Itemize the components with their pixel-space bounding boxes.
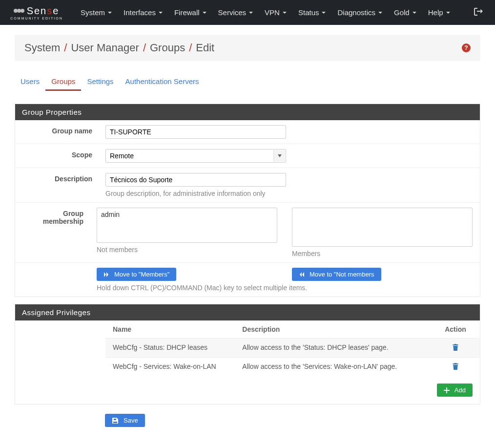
nav-system[interactable]: System: [76, 6, 117, 19]
add-privilege-button[interactable]: Add: [437, 384, 473, 397]
add-privilege-label: Add: [454, 386, 466, 394]
crumb-sep: /: [143, 42, 146, 54]
chevron-down-icon: [249, 12, 253, 14]
chevron-down-icon: [203, 12, 206, 14]
panel-group-properties: Group Properties Group name Scope: [15, 104, 480, 297]
nav-vpn-label: VPN: [265, 8, 280, 17]
label-membership: Group membership: [15, 203, 89, 262]
delete-privilege-button[interactable]: [438, 363, 473, 371]
priv-description: Allow access to the 'Services: Wake-on-L…: [242, 363, 438, 371]
nav-list: System Interfaces Firewall Services VPN …: [76, 6, 469, 19]
list-item[interactable]: admin: [99, 210, 275, 219]
chevron-down-icon: [446, 12, 450, 14]
chevron-down-icon: [108, 12, 112, 14]
tab-settings[interactable]: Settings: [81, 73, 119, 91]
crumb-system[interactable]: System: [24, 42, 60, 54]
chevron-down-icon: [378, 12, 382, 14]
nav-gold[interactable]: Gold: [389, 6, 421, 19]
nav-vpn[interactable]: VPN: [260, 6, 291, 19]
crumb-sep: /: [189, 42, 192, 54]
label-description: Description: [15, 168, 98, 202]
listbox-members[interactable]: [292, 208, 473, 247]
tabs: Users Groups Settings Authentication Ser…: [15, 73, 480, 91]
description-help-text: Group description, for administrative in…: [105, 190, 473, 197]
chevron-down-icon: [283, 12, 287, 14]
panel-header-properties: Group Properties: [15, 104, 480, 120]
table-row: WebCfg - Services: Wake-on-LAN Allow acc…: [105, 357, 480, 376]
nav-help-label: Help: [428, 8, 443, 17]
brand-accent: s: [47, 5, 53, 16]
save-button-label: Save: [124, 417, 138, 424]
nav-status-label: Status: [298, 8, 319, 17]
tab-authservers[interactable]: Authentication Servers: [120, 73, 205, 91]
page-content: System / User Manager / Groups / Edit ? …: [0, 25, 495, 448]
chevron-down-icon: [159, 12, 163, 14]
chevron-down-icon: [322, 12, 326, 14]
nav-interfaces-label: Interfaces: [124, 8, 156, 17]
navbar: Sense Community Edition System Interface…: [0, 0, 495, 25]
select-scope[interactable]: [105, 149, 286, 163]
panel-assigned-privileges: Assigned Privileges Name Description Act…: [15, 304, 480, 405]
nav-services[interactable]: Services: [213, 6, 258, 19]
panel-header-privileges: Assigned Privileges: [15, 304, 480, 320]
crumb-usermanager[interactable]: User Manager: [71, 42, 139, 54]
brand-logo[interactable]: Sense Community Edition: [7, 2, 66, 23]
save-button[interactable]: Save: [105, 414, 145, 427]
priv-name: WebCfg - Services: Wake-on-LAN: [113, 363, 242, 371]
col-header-name: Name: [113, 325, 242, 333]
caption-members: Members: [292, 250, 473, 257]
crumb-sep: /: [64, 42, 67, 54]
chevron-down-icon: [412, 12, 416, 14]
label-group-name: Group name: [15, 120, 98, 144]
delete-privilege-button[interactable]: [438, 343, 473, 352]
crumb-edit: Edit: [196, 42, 214, 54]
nav-firewall[interactable]: Firewall: [169, 6, 211, 19]
nav-gold-label: Gold: [394, 8, 410, 17]
help-icon: ?: [462, 43, 471, 52]
trash-icon: [452, 343, 459, 351]
nav-status[interactable]: Status: [293, 6, 331, 19]
label-scope: Scope: [15, 144, 98, 168]
nav-system-label: System: [81, 8, 105, 17]
nav-firewall-label: Firewall: [174, 8, 200, 17]
nav-diagnostics-label: Diagnostics: [337, 8, 375, 17]
listbox-not-members[interactable]: admin: [97, 208, 277, 243]
double-chevron-right-icon: [103, 272, 109, 277]
priv-name: WebCfg - Status: DHCP leases: [113, 343, 242, 352]
tab-groups[interactable]: Groups: [45, 73, 81, 91]
trash-icon: [452, 363, 459, 370]
tab-users[interactable]: Users: [15, 73, 45, 91]
caption-not-members: Not members: [97, 246, 277, 254]
brand-pre: Sen: [27, 5, 47, 16]
button-move-to-notmembers[interactable]: Move to "Not members: [292, 268, 381, 281]
help-button[interactable]: ?: [462, 43, 471, 52]
nav-diagnostics[interactable]: Diagnostics: [332, 6, 387, 19]
brand-post: e: [53, 5, 59, 16]
col-header-description: Description: [242, 325, 438, 333]
col-header-action: Action: [438, 325, 473, 333]
move-help-text: Hold down CTRL (PC)/COMMAND (Mac) key to…: [97, 284, 473, 292]
logout-icon[interactable]: [469, 6, 488, 20]
input-description[interactable]: [105, 173, 286, 187]
nav-help[interactable]: Help: [423, 6, 455, 19]
table-row: WebCfg - Status: DHCP leases Allow acces…: [105, 338, 480, 357]
brand-subtitle: Community Edition: [10, 17, 62, 20]
button-move-to-members-label: Move to "Members": [114, 271, 169, 278]
save-icon: [112, 417, 119, 424]
nav-services-label: Services: [218, 8, 247, 17]
button-move-to-members[interactable]: Move to "Members": [97, 268, 176, 281]
crumb-groups[interactable]: Groups: [150, 42, 185, 54]
nav-interfaces[interactable]: Interfaces: [119, 6, 167, 19]
breadcrumb: System / User Manager / Groups / Edit ?: [15, 35, 480, 61]
priv-description: Allow access to the 'Status: DHCP leases…: [242, 343, 438, 352]
privileges-table: Name Description Action WebCfg - Status:…: [105, 320, 480, 376]
button-move-to-notmembers-label: Move to "Not members: [309, 271, 374, 278]
input-group-name[interactable]: [105, 125, 286, 139]
plus-icon: [444, 387, 450, 393]
double-chevron-left-icon: [299, 272, 305, 277]
